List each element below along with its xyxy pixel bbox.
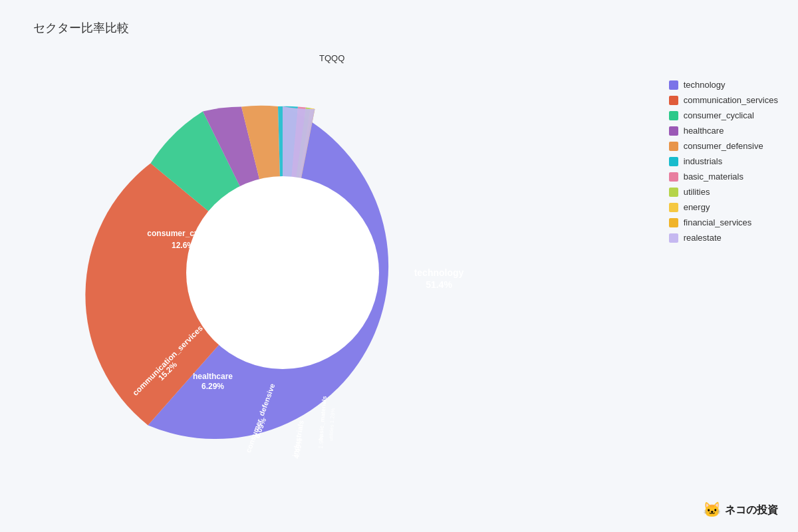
legend-label-healthcare: healthcare (684, 126, 724, 136)
legend-item-industrials: industrials (669, 156, 778, 166)
legend-item-technology: technology (669, 80, 778, 90)
footer-text: ネコの投資 (725, 503, 778, 517)
legend-item-financial_services: financial_services (669, 217, 778, 227)
tqqq-label: TQQQ (319, 53, 344, 63)
donut-chart: technology 51.4% communication_services … (66, 57, 499, 489)
legend-item-consumer_cyclical: consumer_cyclical (669, 110, 778, 120)
legend-label-technology: technology (684, 80, 726, 90)
legend-color-healthcare (669, 126, 678, 136)
legend-color-consumer_cyclical (669, 111, 678, 120)
legend-item-realestate: realestate (669, 233, 778, 243)
legend-label-realestate: realestate (684, 233, 722, 243)
label-cyclical: consumer_cyclical (147, 229, 218, 238)
legend-label-communication_services: communication_services (684, 95, 778, 105)
legend-label-utilities: utilities (684, 187, 710, 197)
label-cyclical-val: 12.6% (172, 241, 194, 250)
cat-icon: 🐱 (703, 501, 721, 519)
legend-item-consumer_defensive: consumer_defensive (669, 141, 778, 151)
legend-color-industrials (669, 157, 678, 166)
legend-color-basic_materials (669, 172, 678, 182)
legend-color-consumer_defensive (669, 142, 678, 151)
legend-label-industrials: industrials (684, 156, 723, 166)
legend-color-technology (669, 80, 678, 90)
legend-label-financial_services: financial_services (684, 217, 752, 227)
label-healthcare: healthcare (193, 372, 233, 381)
legend-label-consumer_cyclical: consumer_cyclical (684, 110, 754, 120)
chart-container: technology 51.4% communication_services … (33, 40, 532, 505)
donut-hole (186, 176, 379, 369)
legend-item-basic_materials: basic_materials (669, 172, 778, 182)
legend-label-energy: energy (684, 202, 710, 212)
label-healthcare-val: 6.29% (201, 382, 224, 391)
footer: 🐱 ネコの投資 (703, 501, 778, 519)
legend-color-financial_services (669, 218, 678, 227)
legend-label-basic_materials: basic_materials (684, 172, 743, 182)
legend-label-consumer_defensive: consumer_defensive (684, 141, 763, 151)
legend-color-realestate (669, 233, 678, 243)
legend-item-communication_services: communication_services (669, 95, 778, 105)
legend-item-utilities: utilities (669, 187, 778, 197)
label-utilities: utilities 1.28% (328, 408, 336, 441)
legend-color-communication_services (669, 96, 678, 105)
label-technology: technology (414, 267, 464, 278)
label-basic-val: 1.9% (317, 435, 325, 449)
label-technology-val: 51.4% (426, 279, 452, 290)
page-title: セクター比率比較 (33, 20, 129, 36)
legend-item-healthcare: healthcare (669, 126, 778, 136)
legend-item-energy: energy (669, 202, 778, 212)
legend-color-utilities (669, 188, 678, 197)
legend-color-energy (669, 203, 678, 212)
legend: technology communication_services consum… (669, 80, 778, 243)
